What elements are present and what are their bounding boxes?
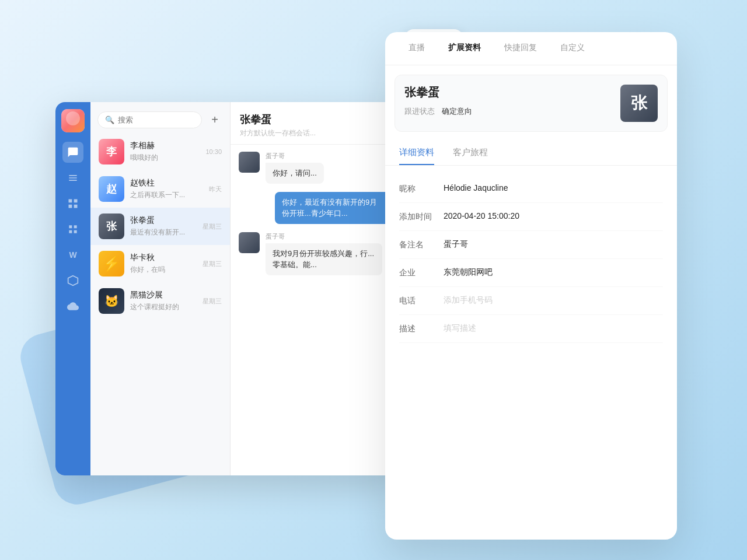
msg-bubble-sent: 你好，最近有没有新开的9月份开班...青少年口... xyxy=(275,192,392,224)
avatar-image: 赵 xyxy=(99,176,124,202)
avatar-image: 李 xyxy=(99,139,124,164)
contact-avatar-bi: ⚡ xyxy=(99,251,124,276)
search-bar: 🔍 + xyxy=(90,102,230,133)
msg-avatar-2 xyxy=(239,232,260,253)
field-nickname: 昵称 Hélodie Jaqucline xyxy=(399,175,663,203)
sidebar-item-grid[interactable] xyxy=(62,167,83,188)
field-value-phone[interactable]: 添加手机号码 xyxy=(444,295,663,306)
add-contact-button[interactable]: + xyxy=(207,112,223,128)
detail-fields: 昵称 Hélodie Jaqucline 添加时间 2020-04-20 15:… xyxy=(385,170,677,348)
field-label-add-time: 添加时间 xyxy=(399,211,434,222)
contact-preview: 哦哦好的 xyxy=(130,153,200,163)
field-add-time: 添加时间 2020-04-20 15:00:20 xyxy=(399,203,663,231)
tab-extended[interactable]: 扩展资料 xyxy=(437,32,493,65)
sidebar-item-word[interactable]: W xyxy=(62,244,83,265)
field-description[interactable]: 描述 填写描述 xyxy=(399,315,663,343)
avatar-image: 🐱 xyxy=(99,288,124,314)
contact-preview: 你好，在吗 xyxy=(130,265,197,275)
tab-custom[interactable]: 自定义 xyxy=(549,32,596,65)
chat-header: 张拳蛋 对方默认统一存档会话... xyxy=(231,102,400,145)
follow-status-label: 跟进状态 xyxy=(404,106,435,117)
user-avatar-image xyxy=(61,109,85,132)
field-value-remark: 蛋子哥 xyxy=(444,239,663,250)
contact-name: 黑猫沙展 xyxy=(130,290,197,300)
sidebar-item-cloud[interactable] xyxy=(62,296,83,317)
field-label-phone: 电话 xyxy=(399,295,434,306)
field-value-company: 东莞朝阳网吧 xyxy=(444,267,663,278)
list-item[interactable]: 🐱 黑猫沙展 这个课程挺好的 星期三 xyxy=(90,282,230,320)
sidebar-item-chat[interactable] xyxy=(62,142,83,163)
tab-divider xyxy=(385,165,677,166)
contact-name: 毕卡秋 xyxy=(130,253,197,263)
contact-time: 星期三 xyxy=(203,260,222,268)
field-phone[interactable]: 电话 添加手机号码 xyxy=(399,287,663,315)
contact-preview: 这个课程挺好的 xyxy=(130,302,197,312)
contact-info: 张拳蛋 最近有没有新开... xyxy=(130,215,197,237)
tab-journey[interactable]: 客户旅程 xyxy=(453,141,488,165)
avatar[interactable] xyxy=(61,109,85,132)
customer-header-card: 张拳蛋 跟进状态 确定意向 张 xyxy=(395,75,668,132)
field-value-add-time: 2020-04-20 15:00:20 xyxy=(444,211,663,220)
contact-name: 李相赫 xyxy=(130,141,200,151)
message-group-received-2: 蛋子哥 我对9月份开班较感兴趣，行...零基础。能... xyxy=(239,232,392,275)
field-remark-name: 备注名 蛋子哥 xyxy=(399,231,663,259)
chat-title: 张拳蛋 xyxy=(240,113,390,127)
chat-window: W 🔍 + 李 李相赫 哦哦好的 xyxy=(55,102,400,475)
contact-avatar-hei: 🐱 xyxy=(99,288,124,314)
customer-status-row: 跟进状态 确定意向 xyxy=(404,106,613,117)
msg-avatar xyxy=(239,152,260,173)
search-input-wrap[interactable]: 🔍 xyxy=(97,111,202,128)
contact-preview: 最近有没有新开... xyxy=(130,228,197,237)
field-value-nickname: Hélodie Jaqucline xyxy=(444,183,663,192)
contact-time: 星期三 xyxy=(203,297,222,306)
tab-detail[interactable]: 详细资料 xyxy=(399,141,434,165)
field-label-nickname: 昵称 xyxy=(399,183,434,194)
list-item[interactable]: ⚡ 毕卡秋 你好，在吗 星期三 xyxy=(90,245,230,282)
field-company: 企业 东莞朝阳网吧 xyxy=(399,259,663,287)
customer-name: 张拳蛋 xyxy=(404,85,613,100)
field-label-company: 企业 xyxy=(399,267,434,278)
search-icon: 🔍 xyxy=(105,116,114,124)
list-item[interactable]: 赵 赵铁柱 之后再联系一下... 昨天 xyxy=(90,170,230,208)
message-group-received-1: 蛋子哥 你好，请问... xyxy=(239,152,392,184)
sidebar-item-hex[interactable] xyxy=(62,270,83,291)
customer-avatar-image: 张 xyxy=(620,85,658,122)
panel-tabs: 直播 扩展资料 快捷回复 自定义 xyxy=(385,32,677,65)
contact-info: 李相赫 哦哦好的 xyxy=(130,141,200,163)
tab-live[interactable]: 直播 xyxy=(397,32,437,65)
customer-photo: 张 xyxy=(620,85,658,122)
contact-info: 黑猫沙展 这个课程挺好的 xyxy=(130,290,197,312)
sidebar-item-dashboard[interactable] xyxy=(62,219,83,240)
customer-info-left: 张拳蛋 跟进状态 确定意向 xyxy=(404,85,613,117)
avatar-image: ⚡ xyxy=(99,251,124,276)
contact-info: 赵铁柱 之后再联系一下... xyxy=(130,178,203,200)
list-item[interactable]: 张 张拳蛋 最近有没有新开... 星期三 xyxy=(90,208,230,245)
tab-quick-reply[interactable]: 快捷回复 xyxy=(493,32,549,65)
msg-content-2: 蛋子哥 我对9月份开班较感兴趣，行...零基础。能... xyxy=(266,232,392,275)
sidebar-item-table[interactable] xyxy=(62,193,83,214)
list-item[interactable]: 李 李相赫 哦哦好的 10:30 xyxy=(90,133,230,170)
contact-time: 星期三 xyxy=(203,222,222,231)
msg-sender: 蛋子哥 xyxy=(266,152,392,160)
contact-avatar-zhang: 张 xyxy=(99,214,124,239)
contact-time: 10:30 xyxy=(205,148,222,155)
field-value-desc[interactable]: 填写描述 xyxy=(444,323,663,334)
svg-marker-0 xyxy=(68,276,78,286)
search-input[interactable] xyxy=(118,116,194,124)
sidebar: W xyxy=(55,102,90,475)
contact-name: 张拳蛋 xyxy=(130,215,197,226)
contact-list: 🔍 + 李 李相赫 哦哦好的 10:30 赵 赵铁柱 之后再联系一下... 昨 xyxy=(90,102,231,475)
chat-messages: 蛋子哥 你好，请问... 你好，最近有没有新开的9月份开班...青少年口... … xyxy=(231,145,400,475)
message-group-sent-1: 你好，最近有没有新开的9月份开班...青少年口... xyxy=(239,192,392,224)
field-label-desc: 描述 xyxy=(399,323,434,334)
msg-bubble: 你好，请问... xyxy=(266,163,324,184)
avatar-image: 张 xyxy=(99,214,124,239)
contact-name: 赵铁柱 xyxy=(130,178,203,188)
chat-area: 张拳蛋 对方默认统一存档会话... 蛋子哥 你好，请问... 你好，最近有没有新… xyxy=(231,102,400,475)
field-label-remark: 备注名 xyxy=(399,239,434,250)
msg-sender-2: 蛋子哥 xyxy=(266,232,392,241)
chat-subtitle: 对方默认统一存档会话... xyxy=(240,128,390,138)
msg-content-sent: 你好，最近有没有新开的9月份开班...青少年口... xyxy=(239,192,392,224)
contact-info: 毕卡秋 你好，在吗 xyxy=(130,253,197,275)
msg-bubble-2: 我对9月份开班较感兴趣，行...零基础。能... xyxy=(266,243,382,275)
